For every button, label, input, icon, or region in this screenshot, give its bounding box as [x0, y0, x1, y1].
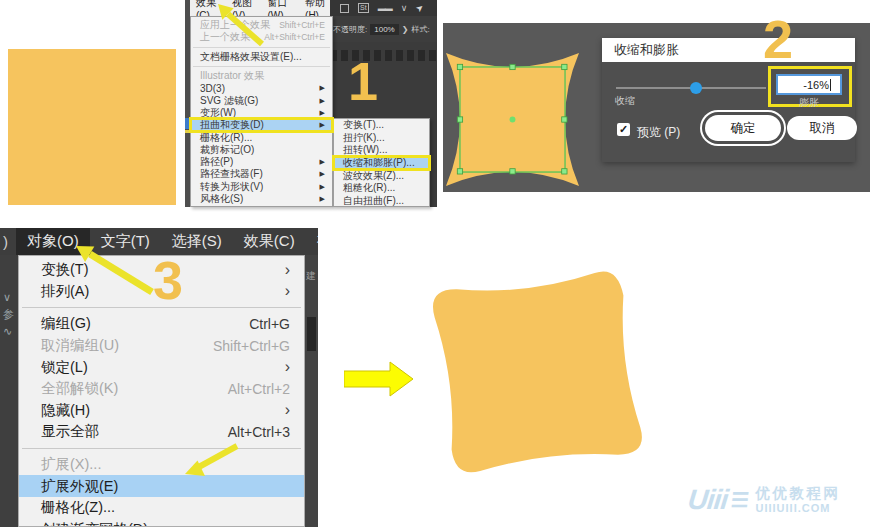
- source-square-shape: [8, 49, 176, 205]
- style-label: 样式:: [411, 24, 429, 35]
- menu-item-convert-to-shape[interactable]: 转换为形状(V)▶: [191, 181, 332, 193]
- step-number-2: 2: [763, 12, 793, 66]
- submenu-item-zigzag[interactable]: 波纹效果(Z)...: [334, 169, 429, 182]
- share-icon[interactable]: ➤: [414, 2, 426, 15]
- menu-item-distort-transform[interactable]: 扭曲和变换(D)▶: [191, 119, 332, 131]
- menu-item-pathfinder[interactable]: 路径查找器(F)▶: [191, 168, 332, 180]
- menu-separator: [22, 443, 301, 449]
- watermark: Uiii ☰ 优优教程网 UIIIUIII.COM: [688, 484, 841, 516]
- submenu-arrow-icon: ›: [285, 286, 290, 296]
- submenu-arrow-icon: ▶: [320, 170, 325, 178]
- menu-item-3d[interactable]: 3D(3)▶: [191, 82, 332, 94]
- submenu-arrow-icon: ▶: [320, 183, 325, 191]
- control-panel-icons: St ▬▬ ∨ ➤: [330, 0, 437, 16]
- menu-item-rasterize[interactable]: 栅格化(Z)...: [19, 497, 304, 519]
- menubar-item-view[interactable]: 视图(V): [306, 228, 318, 255]
- opacity-value[interactable]: 100%: [370, 24, 398, 35]
- menubar-item-effect[interactable]: 效果(C): [233, 228, 306, 255]
- background-ui-strip-left: ∨ 参 ∿: [0, 255, 18, 527]
- submenu-arrow-icon: ›: [285, 362, 290, 372]
- menu-item-stylize[interactable]: 风格化(S)▶: [191, 193, 332, 205]
- menu-item-expand-appearance[interactable]: 扩展外观(E): [19, 475, 304, 497]
- menu-item-unlock-all[interactable]: 全部解锁(K)Alt+Ctrl+2: [19, 378, 304, 400]
- preview-label: 预览 (P): [637, 124, 680, 141]
- watermark-logo-block: ☰: [729, 488, 749, 512]
- callout-arrow-expand-appearance: [175, 438, 245, 480]
- percent-input[interactable]: -16%: [776, 74, 842, 95]
- submenu-arrow-icon: ▶: [320, 97, 325, 105]
- menu-item-rasterize[interactable]: 栅格化(R)...: [191, 131, 332, 143]
- artboard-ruler: [330, 50, 437, 61]
- submenu-arrow-icon: ▶: [320, 195, 325, 203]
- watermark-site-url: UIIIUIII.COM: [756, 502, 841, 514]
- submenu-item-twirl[interactable]: 扭转(W)...: [334, 144, 429, 157]
- submenu-item-transform[interactable]: 变换(T)...: [334, 119, 429, 132]
- pucker-bloat-dialog: 收缩和膨胀 收缩 -16% 膨胀 ✓ 预览 (P) 确定 取消: [602, 38, 855, 162]
- artboard-icon[interactable]: [340, 4, 349, 13]
- submenu-arrow-icon: ▶: [320, 84, 325, 92]
- stroke-badge-icon[interactable]: St: [358, 3, 369, 13]
- text-caret: [830, 79, 831, 91]
- opacity-row: 不透明度: 100% ❯ 样式:: [330, 16, 437, 42]
- callout-arrow-step1: [208, 0, 270, 50]
- menu-item-crop-marks[interactable]: 裁剪标记(O): [191, 144, 332, 156]
- cancel-button[interactable]: 取消: [787, 116, 857, 140]
- submenu-arrow-icon: ›: [285, 405, 290, 415]
- background-ui-strip-right: 建: [305, 255, 318, 527]
- menu-item-create-gradient-mesh[interactable]: 创建渐变网格(D)...: [19, 519, 304, 527]
- distort-transform-submenu: 变换(T)... 扭拧(K)... 扭转(W)... 收缩和膨胀(P)... 波…: [333, 118, 430, 207]
- menu-section-illustrator-effects: Illustrator 效果: [191, 70, 332, 82]
- menu-item-group[interactable]: 编组(G)Ctrl+G: [19, 313, 304, 335]
- menu-item-path[interactable]: 路径(P)▶: [191, 156, 332, 168]
- submenu-arrow-icon: ▶: [320, 109, 325, 117]
- menu-item-ungroup[interactable]: 取消编组(U)Shift+Ctrl+G: [19, 335, 304, 357]
- menu-item-expand[interactable]: 扩展(X)...: [19, 454, 304, 476]
- submenu-item-twist[interactable]: 扭拧(K)...: [334, 132, 429, 145]
- swatch-icon[interactable]: ▬▬: [378, 4, 392, 13]
- pucker-bloat-panel: 收缩和膨胀 收缩 -16% 膨胀 ✓ 预览 (P) 确定 取消: [443, 23, 870, 192]
- submenu-arrow-icon: ▶: [320, 158, 325, 166]
- menubar-cut-text: ): [0, 233, 16, 250]
- chevron-right-icon[interactable]: ❯: [402, 25, 409, 34]
- dialog-title: 收缩和膨胀: [602, 38, 855, 62]
- submenu-arrow-icon: ▶: [320, 121, 325, 129]
- menu-item-show-all[interactable]: 显示全部Alt+Ctrl+3: [19, 421, 304, 443]
- result-block-arrow: [344, 361, 414, 397]
- callout-arrow-step3: [68, 238, 160, 298]
- submenu-item-pucker-bloat[interactable]: 收缩和膨胀(P)...: [334, 157, 429, 170]
- watermark-site-name: 优优教程网: [756, 486, 841, 502]
- scrollbar-thumb[interactable]: [307, 317, 316, 351]
- submenu-arrow-icon: ›: [285, 265, 290, 275]
- bloat-label: 膨胀: [799, 96, 819, 110]
- step-number-1: 1: [348, 54, 378, 108]
- ok-button[interactable]: 确定: [705, 115, 781, 141]
- submenu-item-free-distort[interactable]: 自由扭曲(F)...: [334, 195, 429, 208]
- preview-checkbox[interactable]: ✓: [617, 123, 630, 136]
- result-rounded-square-shape: [420, 260, 655, 485]
- menu-item-doc-raster-settings[interactable]: 文档栅格效果设置(E)...: [191, 51, 332, 63]
- menu-item-svg-filters[interactable]: SVG 滤镜(G)▶: [191, 94, 332, 106]
- opacity-label: 不透明度:: [333, 24, 367, 35]
- menu-item-hide[interactable]: 隐藏(H)›: [19, 400, 304, 422]
- menu-item-lock[interactable]: 锁定(L)›: [19, 356, 304, 378]
- menu-item-warp[interactable]: 变形(W)▶: [191, 107, 332, 119]
- center-anchor: [510, 117, 516, 123]
- submenu-item-roughen[interactable]: 粗糙化(R)...: [334, 182, 429, 195]
- chevron-down-icon[interactable]: ∨: [401, 3, 408, 13]
- slider-thumb[interactable]: [690, 82, 702, 94]
- watermark-logo: Uiii: [686, 484, 729, 516]
- shrink-label: 收缩: [615, 94, 635, 108]
- puckered-square-shape: [446, 53, 579, 186]
